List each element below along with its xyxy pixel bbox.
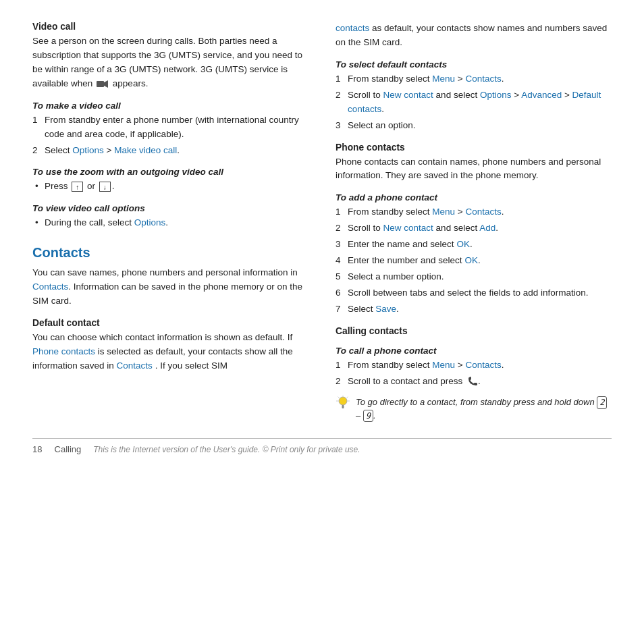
contacts-link-6[interactable]: Contacts bbox=[466, 360, 502, 370]
phone-contacts-link[interactable]: Phone contacts bbox=[32, 346, 95, 356]
view-options-steps: During the call, select Options. bbox=[32, 216, 308, 230]
contacts-link-3[interactable]: contacts bbox=[336, 23, 369, 33]
tip-icon bbox=[336, 396, 350, 414]
key-2: 2 bbox=[597, 396, 607, 409]
contacts-body: You can save names, phone numbers and pe… bbox=[32, 266, 308, 308]
add-step-2: 2 Scroll to New contact and select Add. bbox=[336, 221, 612, 236]
page-number: 18 bbox=[32, 444, 42, 454]
zoom-steps: Press ↑ or ↓. bbox=[32, 180, 308, 194]
add-step-4: 4 Enter the number and select OK. bbox=[336, 254, 612, 268]
menu-link-1[interactable]: Menu bbox=[432, 74, 455, 84]
contacts-link[interactable]: Contacts bbox=[32, 281, 68, 292]
menu-link-2[interactable]: Menu bbox=[432, 207, 455, 217]
footer: 18 Calling This is the Internet version … bbox=[32, 438, 612, 454]
select-default-heading: To select default contacts bbox=[336, 59, 612, 70]
right-column: contacts as default, your contacts show … bbox=[336, 22, 612, 422]
call-phone-heading: To call a phone contact bbox=[336, 346, 612, 356]
default-contact-heading: Default contact bbox=[32, 318, 308, 328]
svg-marker-1 bbox=[104, 80, 108, 88]
select-default-steps: 1 From standby select Menu > Contacts. 2… bbox=[336, 72, 612, 133]
zoom-step: Press ↑ or ↓. bbox=[32, 180, 308, 194]
footer-page: 18 Calling bbox=[32, 444, 81, 454]
options-link-3[interactable]: Options bbox=[480, 90, 512, 100]
add-phone-contact-heading: To add a phone contact bbox=[336, 192, 612, 203]
view-options-heading: To view video call options bbox=[32, 203, 308, 213]
add-step-1: 1 From standby select Menu > Contacts. bbox=[336, 205, 612, 219]
menu-link-3[interactable]: Menu bbox=[432, 360, 455, 370]
svg-line-7 bbox=[338, 396, 340, 398]
add-step-7: 7 Select Save. bbox=[336, 302, 612, 317]
default-contact-body: You can choose which contact information… bbox=[32, 331, 308, 373]
phone-contacts-body: Phone contacts can contain names, phone … bbox=[336, 155, 612, 184]
save-link[interactable]: Save bbox=[375, 304, 396, 314]
advanced-link[interactable]: Advanced bbox=[521, 90, 562, 100]
svg-rect-3 bbox=[342, 405, 344, 408]
video-call-heading: Video call bbox=[32, 22, 308, 32]
right-intro: contacts as default, your contacts show … bbox=[336, 22, 612, 50]
make-video-call-heading: To make a video call bbox=[32, 101, 308, 111]
calling-contacts-heading: Calling contacts bbox=[336, 326, 612, 336]
add-step-3: 3 Enter the name and select OK. bbox=[336, 238, 612, 252]
contacts-link-2[interactable]: Contacts bbox=[117, 360, 153, 371]
section-label: Calling bbox=[55, 444, 82, 454]
make-video-call-link[interactable]: Make video call bbox=[114, 145, 177, 155]
step-1: 1 From standby enter a phone number (wit… bbox=[32, 113, 308, 142]
add-link[interactable]: Add bbox=[479, 223, 495, 233]
new-contact-link-1[interactable]: New contact bbox=[383, 90, 433, 100]
sel-step-2: 2 Scroll to New contact and select Optio… bbox=[336, 88, 612, 117]
sel-step-3: 3 Select an option. bbox=[336, 119, 612, 133]
zoom-icon-2: ↓ bbox=[99, 182, 111, 192]
footer-note: This is the Internet version of the User… bbox=[93, 445, 360, 454]
zoom-icon-1: ↑ bbox=[72, 182, 83, 192]
video-call-body: See a person on the screen during calls.… bbox=[32, 34, 308, 91]
ok-link-1[interactable]: OK bbox=[456, 239, 470, 249]
svg-rect-0 bbox=[97, 81, 104, 87]
call-icon bbox=[467, 375, 478, 389]
tip-text: To go directly to a contact, from standb… bbox=[356, 396, 612, 423]
sel-step-1: 1 From standby select Menu > Contacts. bbox=[336, 72, 612, 86]
ok-link-2[interactable]: OK bbox=[464, 255, 478, 265]
key-9: 9 bbox=[363, 410, 373, 423]
contacts-heading: Contacts bbox=[32, 245, 308, 261]
call-step-1: 1 From standby select Menu > Contacts. bbox=[336, 358, 612, 373]
left-column: Video call See a person on the screen du… bbox=[32, 22, 308, 422]
contacts-link-5[interactable]: Contacts bbox=[466, 207, 502, 217]
add-step-6: 6 Scroll between tabs and select the fie… bbox=[336, 286, 612, 300]
call-phone-steps: 1 From standby select Menu > Contacts. 2… bbox=[336, 358, 612, 389]
options-link-2[interactable]: Options bbox=[134, 217, 166, 227]
step-2: 2 Select Options > Make video call. bbox=[32, 144, 308, 158]
contacts-link-4[interactable]: Contacts bbox=[466, 74, 502, 84]
add-phone-contact-steps: 1 From standby select Menu > Contacts. 2… bbox=[336, 205, 612, 316]
make-video-call-steps: 1 From standby enter a phone number (wit… bbox=[32, 113, 308, 158]
options-link[interactable]: Options bbox=[72, 145, 104, 155]
call-step-2: 2 Scroll to a contact and press . bbox=[336, 375, 612, 389]
svg-line-8 bbox=[347, 396, 348, 398]
view-options-step: During the call, select Options. bbox=[32, 216, 308, 230]
tip-box: To go directly to a contact, from standb… bbox=[336, 396, 612, 423]
phone-contacts-heading: Phone contacts bbox=[336, 142, 612, 153]
new-contact-link-2[interactable]: New contact bbox=[383, 223, 433, 233]
video-icon bbox=[97, 77, 109, 91]
svg-point-2 bbox=[339, 397, 347, 405]
add-step-5: 5 Select a number option. bbox=[336, 270, 612, 284]
zoom-heading: To use the zoom with an outgoing video c… bbox=[32, 167, 308, 177]
